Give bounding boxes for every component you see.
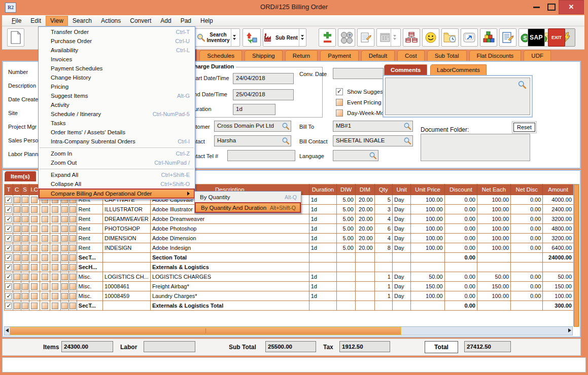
customer-lookup-icon[interactable] — [282, 122, 290, 130]
column-header[interactable]: Net Disc — [511, 184, 543, 195]
row-select-cell[interactable] — [5, 291, 13, 301]
view-menu-item[interactable]: Purchase Order Ctrl-U — [39, 36, 195, 46]
bill-contact-field[interactable]: SHEETAL INGALE — [333, 135, 413, 146]
scroll-left-arrow[interactable] — [6, 328, 9, 332]
row-select-cell[interactable] — [5, 272, 13, 282]
view-menu-item[interactable]: Invoices — [39, 55, 195, 64]
suggest-items-button[interactable]: ? — [338, 28, 355, 47]
view-menu-item[interactable]: Order Items' / Assets' Details — [39, 128, 195, 137]
add-remove-items-button[interactable] — [319, 28, 336, 47]
order-tab[interactable]: Flat Discounts — [469, 50, 522, 61]
view-menu-item[interactable]: Availability Ctrl-L — [39, 46, 195, 55]
view-menu-item[interactable]: Pricing — [39, 82, 195, 91]
column-header[interactable]: S — [21, 184, 29, 195]
contact-field[interactable]: Harsha — [214, 135, 291, 146]
menubar-item[interactable]: Edit — [26, 16, 46, 26]
column-header[interactable]: Discount — [444, 184, 477, 195]
items-horizontal-scrollbar[interactable] — [4, 326, 573, 335]
item-row[interactable]: SecT... Externals & Logistics Total 0.00 — [5, 301, 574, 311]
org-chart-button[interactable] — [403, 28, 420, 47]
scroll-right-arrow[interactable] — [568, 328, 571, 332]
view-menu-item[interactable]: Change History — [39, 73, 195, 82]
order-tab[interactable]: Return — [285, 50, 318, 61]
menubar-item[interactable]: Search — [68, 16, 96, 26]
column-header[interactable]: DIM — [355, 184, 374, 195]
maximize-button[interactable] — [547, 4, 556, 11]
labor-comments-tab[interactable]: LaborComments — [430, 64, 487, 75]
row-select-cell[interactable] — [5, 282, 13, 291]
customer-field[interactable]: Cross Domain Pvt Ltd — [214, 121, 291, 132]
view-menu-item[interactable]: Expand All Ctrl+Shift-E — [39, 170, 195, 179]
menubar-item[interactable]: Pad — [176, 16, 196, 26]
search-inventory-button[interactable]: SearchInventory — [194, 28, 240, 47]
new-document-button[interactable] — [7, 28, 24, 47]
show-suggestions-checkbox[interactable] — [336, 88, 343, 95]
view-menu-item[interactable]: Schedule / Itinerary Ctrl-NumPad-5 — [39, 109, 195, 119]
sap-button[interactable]: SAP — [528, 28, 545, 47]
row-select-cell[interactable] — [5, 253, 13, 262]
column-header[interactable]: Unit — [392, 184, 410, 195]
menubar-item[interactable]: File — [7, 16, 26, 26]
availability-button[interactable] — [243, 28, 261, 47]
row-select-cell[interactable] — [5, 224, 13, 234]
history-folder-button[interactable] — [441, 28, 459, 47]
view-menu-item[interactable]: Suggest Items Alt-G — [39, 91, 195, 100]
item-row[interactable]: Rent PHOTOSHOP Adobe Photoshop 1d 5.00 2… — [5, 224, 574, 234]
compare-submenu-item[interactable]: By Quantity And Duration Alt+Shift-Q — [195, 202, 301, 213]
scroll-thumb[interactable] — [10, 327, 401, 335]
view-menu-item[interactable]: Zoom Out Ctrl-NumPad / — [39, 158, 195, 167]
document-folder-box[interactable] — [421, 134, 530, 161]
column-header[interactable]: Amount — [543, 184, 574, 195]
language-field[interactable] — [333, 150, 378, 161]
minimize-button[interactable] — [533, 7, 540, 8]
view-menu-item[interactable]: Zoom In Ctrl-Z — [39, 149, 195, 158]
order-tab[interactable]: Default — [361, 50, 395, 61]
contact-lookup-icon[interactable] — [282, 137, 290, 145]
item-row[interactable]: Misc. 10008461 Freight Airbag* 1d 1 Day … — [5, 282, 574, 291]
column-header[interactable]: Qty — [374, 184, 392, 195]
close-button[interactable]: ✕ — [559, 0, 584, 14]
row-select-cell[interactable] — [5, 243, 13, 253]
menubar-item[interactable]: Actions — [96, 16, 125, 26]
column-header[interactable]: T — [5, 184, 13, 195]
sub-rent-dropdown[interactable] — [299, 29, 306, 46]
column-header[interactable]: DIW — [337, 184, 356, 195]
menubar-item[interactable]: View — [46, 16, 68, 26]
column-header[interactable]: C — [13, 184, 21, 195]
compare-submenu-item[interactable]: By Quantity Alt-Q — [195, 192, 301, 202]
order-tab[interactable]: Schedules — [199, 50, 242, 61]
comments-textarea[interactable] — [385, 78, 530, 115]
comments-tab[interactable]: Comments — [384, 64, 427, 75]
item-row[interactable]: Misc. LOGISTICS CH... LOGISTICS CHARGES … — [5, 272, 574, 282]
row-select-cell[interactable] — [5, 262, 13, 272]
menubar-item[interactable]: Convert — [125, 16, 156, 26]
bill-to-lookup-icon[interactable] — [403, 122, 411, 130]
conv-date-field[interactable] — [333, 68, 384, 79]
item-row[interactable]: SecT... Section Total 0.00 — [5, 253, 574, 262]
view-menu-item[interactable]: Transfer Order Ctrl-T — [39, 27, 195, 36]
item-row[interactable]: Rent DIMENSION Adobe Dimension 1d 5.00 2… — [5, 234, 574, 243]
bill-contact-lookup-icon[interactable] — [403, 137, 411, 145]
smiley-button[interactable] — [422, 28, 439, 47]
language-lookup-icon[interactable] — [369, 152, 377, 160]
item-row[interactable]: SecH... Externals & Logistics — [5, 262, 574, 272]
items-vertical-scrollbar[interactable] — [573, 184, 579, 326]
duration-field[interactable]: 1d — [233, 104, 275, 115]
order-tab[interactable]: Shipping — [245, 50, 283, 61]
item-row[interactable]: Rent DREAMWEAVER Adobe Dreamweaver 1d 5.… — [5, 214, 574, 224]
contact-tel-field[interactable] — [227, 150, 295, 161]
row-select-cell[interactable] — [5, 301, 13, 311]
search-inventory-dropdown[interactable] — [231, 29, 238, 46]
column-header[interactable]: Duration — [309, 184, 337, 195]
day-week-month-pricing-checkbox[interactable] — [336, 109, 343, 117]
row-select-cell[interactable] — [5, 214, 13, 224]
view-menu-item[interactable]: Activity — [39, 100, 195, 109]
row-select-cell[interactable] — [5, 205, 13, 214]
order-tab[interactable]: UDF — [524, 50, 551, 61]
exit-button[interactable]: EXIT — [548, 28, 565, 47]
item-row[interactable]: Rent INDESIGN Adobe Indesign 1d 5.00 20.… — [5, 243, 574, 253]
shortcut-key-button[interactable] — [461, 28, 478, 47]
menubar-item[interactable]: Help — [196, 16, 218, 26]
view-menu-item[interactable]: Payment Schedules — [39, 64, 195, 73]
view-menu-item[interactable]: Intra-Company Subrental Orders Ctrl-I — [39, 137, 195, 146]
